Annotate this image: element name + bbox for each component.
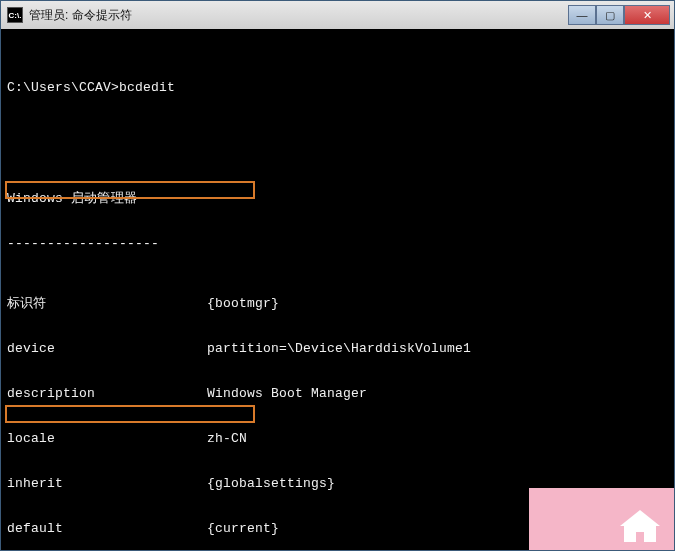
watermark-overlay	[529, 488, 674, 550]
window-title: 管理员: 命令提示符	[29, 7, 568, 24]
bm-identifier: 标识符{bootmgr}	[7, 296, 674, 311]
console-output[interactable]: C:\Users\CCAV>bcdedit Windows 启动管理器 ----…	[1, 29, 674, 550]
bm-locale: localezh-CN	[7, 431, 674, 446]
section-sep: -------------------	[7, 236, 674, 251]
cmd-window: C:\. 管理员: 命令提示符 — ▢ ✕ C:\Users\CCAV>bcde…	[0, 0, 675, 551]
bm-device: devicepartition=\Device\HarddiskVolume1	[7, 341, 674, 356]
window-buttons: — ▢ ✕	[568, 5, 670, 25]
section-title-bootmgr: Windows 启动管理器	[7, 191, 674, 206]
house-icon	[616, 506, 664, 546]
prompt-line: C:\Users\CCAV>bcdedit	[7, 80, 674, 95]
bm-description: descriptionWindows Boot Manager	[7, 386, 674, 401]
maximize-button[interactable]: ▢	[596, 5, 624, 25]
minimize-button[interactable]: —	[568, 5, 596, 25]
cmd-icon: C:\.	[7, 7, 23, 23]
titlebar[interactable]: C:\. 管理员: 命令提示符 — ▢ ✕	[1, 1, 674, 29]
close-button[interactable]: ✕	[624, 5, 670, 25]
highlight-box-locale-2	[5, 405, 255, 423]
